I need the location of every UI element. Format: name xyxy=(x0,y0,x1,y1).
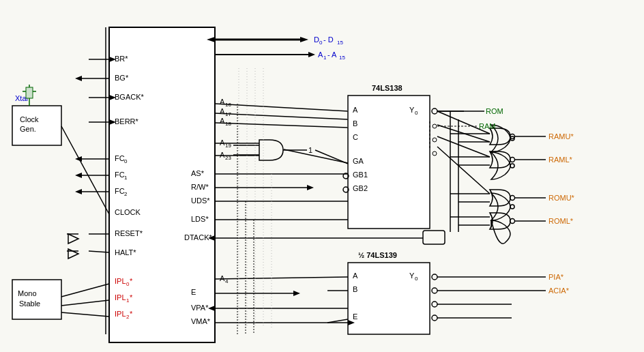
ram-label: RAM xyxy=(479,122,495,130)
clock-label: CLOCK xyxy=(115,208,141,216)
d0-d15-label: D xyxy=(314,35,319,44)
rom-label: ROM xyxy=(486,107,503,115)
ls139-box xyxy=(348,263,430,334)
halt-label: HALT* xyxy=(115,248,136,256)
ipl0-label: IPL xyxy=(115,277,126,285)
ipl1-star: * xyxy=(130,293,133,302)
as-label: AS* xyxy=(191,169,205,177)
vma-label: VMA* xyxy=(191,317,211,325)
clock-gen-label1: Clock xyxy=(20,115,39,123)
ls139-label: ½ 74LS139 xyxy=(358,251,397,259)
berr-label: BERR* xyxy=(115,117,139,126)
ls138-gb2: GB2 xyxy=(353,184,368,192)
ipl2-star: * xyxy=(130,310,133,318)
a1-a15-label: A xyxy=(318,50,323,59)
clock-gen-label2: Gen. xyxy=(20,125,36,133)
a1-sub: 1 xyxy=(323,55,327,61)
a-dash: - A xyxy=(327,50,337,59)
fc0-label: FC xyxy=(115,154,125,162)
ls139-y0: Y xyxy=(409,272,415,280)
pia-label: PIA* xyxy=(548,273,564,281)
d-dash: - D xyxy=(323,35,334,44)
diagram-container: Clock Gen. Xtal Mono Stable BR* BG* BGAC… xyxy=(0,0,644,352)
lds-label: LDS* xyxy=(191,215,209,223)
ramu-label: RAMU* xyxy=(548,132,574,141)
ipl1-label: IPL xyxy=(115,293,126,302)
ipl2-label: IPL xyxy=(115,310,126,318)
ls138-ga: GA xyxy=(353,157,364,165)
rw-label: R/W* xyxy=(191,183,209,191)
d0-sub: 0 xyxy=(319,40,323,46)
fc0-sub: 0 xyxy=(124,158,128,164)
fc2-label: FC xyxy=(115,187,125,195)
bg-label: BG* xyxy=(115,74,129,82)
reset-label: RESET* xyxy=(115,229,143,237)
ipl0-star: * xyxy=(130,277,133,285)
a23-label: A xyxy=(220,151,225,159)
bgack-label: BGACK* xyxy=(115,93,145,101)
ls139-b: B xyxy=(353,285,357,293)
ls138-y0-sub: 0 xyxy=(415,110,418,116)
ls138-c: C xyxy=(353,133,358,141)
ls138-b: B xyxy=(353,119,357,128)
mono-stable-label1: Mono xyxy=(18,289,37,297)
d15-sub: 15 xyxy=(337,40,343,46)
ls139-a: A xyxy=(353,272,358,280)
ls139-e: E xyxy=(353,312,357,321)
ls139-y0-sub: 0 xyxy=(415,276,418,282)
fc2-sub: 2 xyxy=(124,191,128,197)
svg-rect-1 xyxy=(26,87,33,98)
uds-label: UDS* xyxy=(191,196,210,205)
and-out-1: 1 xyxy=(308,146,312,154)
dtack-label: DTACK* xyxy=(184,233,212,241)
ls138-label: 74LS138 xyxy=(372,84,402,92)
fc1-sub: 1 xyxy=(124,175,128,181)
br-label: BR* xyxy=(115,55,128,63)
e-label: E xyxy=(191,288,196,296)
romu-label: ROMU* xyxy=(548,194,575,202)
vpa-label: VPA* xyxy=(191,304,209,312)
a19-label: A xyxy=(220,138,225,147)
a15-sub: 15 xyxy=(339,55,345,61)
fc1-label: FC xyxy=(115,171,125,179)
mono-stable-label2: Stable xyxy=(19,299,40,308)
ls138-y0: Y xyxy=(409,106,415,114)
acia-label: ACIA* xyxy=(548,287,570,295)
a4-label: A xyxy=(220,274,225,282)
roml-label: ROML* xyxy=(548,217,574,225)
ls138-gb1: GB1 xyxy=(353,171,368,179)
ls138-a: A xyxy=(353,106,358,114)
raml-label: RAML* xyxy=(548,156,573,164)
